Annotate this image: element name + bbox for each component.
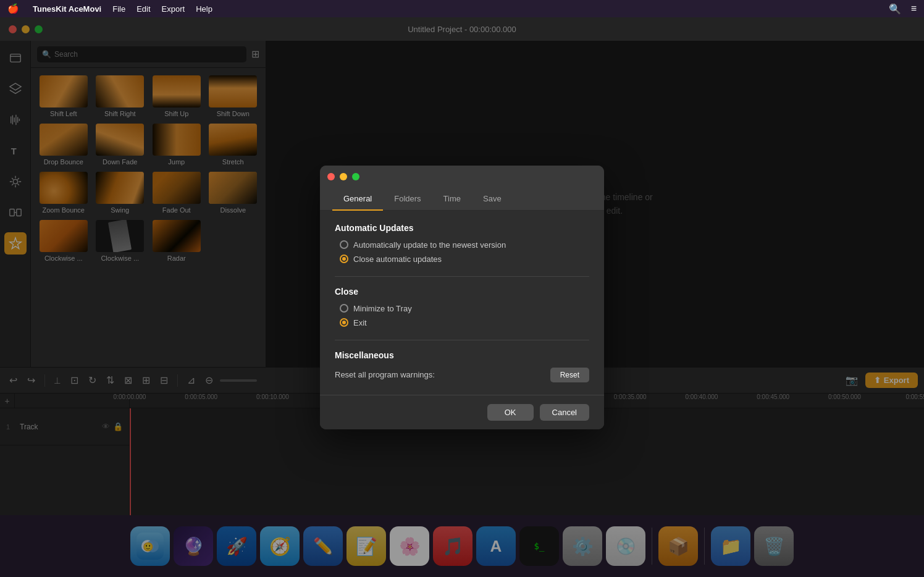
list-icon[interactable]: ≡ [911,3,917,14]
radio-row-auto-update[interactable]: Automatically update to the newest versi… [340,240,589,250]
menu-edit[interactable]: Edit [136,4,150,14]
radio-label-close-auto: Close automatic updates [353,255,442,264]
tab-save[interactable]: Save [472,188,513,211]
automatic-updates-title: Automatic Updates [335,223,589,233]
menu-file[interactable]: File [112,4,125,14]
settings-modal: General Folders Time Save Automatic Upda… [320,166,604,429]
modal-minimize-button[interactable] [340,173,347,180]
automatic-updates-options: Automatically update to the newest versi… [335,240,589,264]
section-divider-2 [335,340,589,340]
radio-close-auto[interactable] [340,255,348,263]
modal-close-button[interactable] [327,173,335,180]
radio-label-exit: Exit [353,318,367,327]
radio-label-minimize: Minimize to Tray [353,304,412,313]
modal-tabs: General Folders Time Save [320,188,604,211]
radio-label-auto-update: Automatically update to the newest versi… [353,240,506,250]
section-divider-1 [335,276,589,277]
close-section-title: Close [335,287,589,297]
radio-minimize[interactable] [340,304,348,313]
modal-body: Automatic Updates Automatically update t… [320,211,604,395]
apple-menu[interactable]: 🍎 [7,3,19,14]
ok-button[interactable]: OK [487,404,534,421]
tab-time[interactable]: Time [432,188,472,211]
radio-row-minimize[interactable]: Minimize to Tray [340,304,589,313]
modal-overlay: General Folders Time Save Automatic Upda… [0,17,924,577]
modal-footer: OK Cancel [320,395,604,429]
menu-bar: 🍎 TunesKit AceMovi File Edit Export Help… [0,0,924,17]
search-icon[interactable]: 🔍 [889,3,901,15]
app-name[interactable]: TunesKit AceMovi [33,4,101,14]
tab-general[interactable]: General [332,188,383,211]
misc-reset-label: Reset all program warnings: [335,370,542,379]
cancel-button[interactable]: Cancel [540,404,589,421]
menu-help[interactable]: Help [196,4,212,14]
radio-row-exit[interactable]: Exit [340,318,589,327]
radio-row-close-auto[interactable]: Close automatic updates [340,255,589,264]
misc-title: Miscellaneous [335,350,589,360]
menu-bar-right: 🔍 ≡ [889,3,917,15]
close-options: Minimize to Tray Exit [335,304,589,327]
misc-reset-row: Reset all program warnings: Reset [335,368,589,382]
radio-auto-update[interactable] [340,240,348,249]
modal-title-bar [320,166,604,188]
reset-button[interactable]: Reset [550,368,589,382]
menu-export[interactable]: Export [162,4,185,14]
modal-fullscreen-button[interactable] [352,173,359,180]
radio-exit[interactable] [340,318,348,327]
tab-folders[interactable]: Folders [383,188,432,211]
